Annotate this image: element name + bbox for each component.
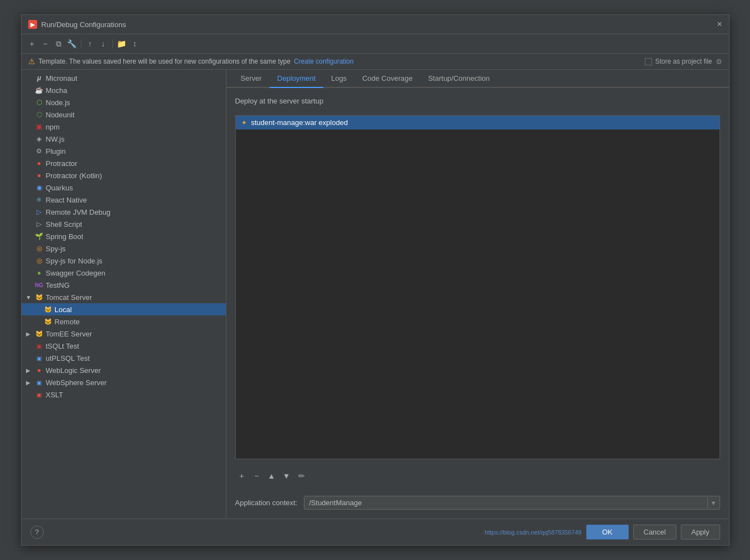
footer-link[interactable]: https://blog.csdn.net/qq5878356749 <box>485 529 582 536</box>
weblogic-server-icon: ● <box>35 366 44 375</box>
remove-configuration-button[interactable]: − <box>39 38 51 50</box>
store-project-file-checkbox[interactable] <box>645 58 652 65</box>
xslt-label: XSLT <box>46 391 64 399</box>
app-context-input[interactable] <box>304 496 707 509</box>
deploy-edit-button[interactable]: ✏ <box>295 469 308 483</box>
tab-logs[interactable]: Logs <box>323 70 354 88</box>
sidebar-item-plugin[interactable]: ⚙ Plugin <box>22 145 226 157</box>
sidebar-item-protractor-kotlin[interactable]: ● Protractor (Kotlin) <box>22 169 226 182</box>
warning-bar: ⚠ Template. The values saved here will b… <box>22 54 729 70</box>
edit-defaults-button[interactable]: 🔧 <box>66 38 78 50</box>
nodejs-icon: ⬡ <box>35 98 44 107</box>
utplsql-test-label: utPLSQL Test <box>46 354 90 362</box>
cancel-button[interactable]: Cancel <box>633 525 676 540</box>
sidebar-item-testng[interactable]: NG TestNG <box>22 279 226 291</box>
app-context-label: Application context: <box>235 499 298 507</box>
dialog-footer: ? https://blog.csdn.net/qq5878356749 OK … <box>22 518 729 545</box>
shell-script-icon: ▷ <box>35 220 44 229</box>
websphere-server-label: WebSphere Server <box>46 378 107 387</box>
store-project-file-label: Store as project file <box>655 58 712 65</box>
folder-button[interactable]: 📁 <box>116 38 128 50</box>
npm-icon: ▣ <box>35 122 44 131</box>
tabs-bar: Server Deployment Logs Code Coverage Sta… <box>226 70 729 88</box>
configurations-toolbar: + − ⧉ 🔧 ↑ ↓ 📁 ↕ <box>22 34 729 54</box>
dialog-body: μ Micronaut ☕ Mocha ⬡ Node.js ⬡ Nodeunit <box>22 70 729 518</box>
sidebar-item-react-native[interactable]: ⚛ React Native <box>22 194 226 206</box>
protractor-kotlin-label: Protractor (Kotlin) <box>46 172 102 180</box>
quarkus-label: Quarkus <box>46 184 73 192</box>
sidebar-item-micronaut[interactable]: μ Micronaut <box>22 72 226 84</box>
footer-right: https://blog.csdn.net/qq5878356749 OK Ca… <box>485 525 720 540</box>
xslt-icon: ▣ <box>35 390 44 399</box>
move-down-button[interactable]: ↓ <box>97 38 110 50</box>
protractor-label: Protractor <box>46 159 77 168</box>
ok-button[interactable]: OK <box>586 525 629 540</box>
deploy-list: ✦ student-manage:war exploded <box>235 115 720 459</box>
tomcat-local-label: Local <box>55 305 72 314</box>
tomcat-remote-label: Remote <box>55 318 80 326</box>
deploy-remove-button[interactable]: − <box>250 469 263 483</box>
deploy-up-button[interactable]: ▲ <box>265 469 278 483</box>
deploy-item-student-manage[interactable]: ✦ student-manage:war exploded <box>236 116 720 129</box>
tomcat-local-icon: 🐱 <box>44 305 53 314</box>
plugin-label: Plugin <box>46 147 66 155</box>
tab-server[interactable]: Server <box>233 70 270 88</box>
micronaut-icon: μ <box>35 74 44 82</box>
sidebar-item-tomee-server[interactable]: ▶ 🐱 TomEE Server <box>22 328 226 340</box>
warning-content: ⚠ Template. The values saved here will b… <box>28 57 354 66</box>
sidebar-item-quarkus[interactable]: ◉ Quarkus <box>22 182 226 194</box>
sidebar-item-utplsql-test[interactable]: ▣ utPLSQL Test <box>22 352 226 364</box>
sidebar-item-nodejs[interactable]: ⬡ Node.js <box>22 96 226 108</box>
run-debug-configurations-dialog: ▶ Run/Debug Configurations × + − ⧉ 🔧 ↑ ↓… <box>21 14 730 546</box>
app-context-dropdown-button[interactable]: ▼ <box>707 497 720 509</box>
tree-arrow-tomee-server: ▶ <box>26 331 33 337</box>
websphere-server-icon: ▣ <box>35 378 44 387</box>
sidebar-item-spy-js[interactable]: ◎ Spy-js <box>22 242 226 255</box>
dialog-title-area: ▶ Run/Debug Configurations <box>28 20 126 29</box>
store-project-gear-button[interactable]: ⚙ <box>716 58 722 66</box>
deploy-toolbar: + − ▲ ▼ ✏ <box>235 466 720 486</box>
tomcat-remote-icon: 🐱 <box>44 317 53 326</box>
move-up-button[interactable]: ↑ <box>84 38 96 50</box>
spring-boot-label: Spring Boot <box>46 232 84 241</box>
toolbar-separator-1 <box>81 39 81 48</box>
nodeunit-label: Nodeunit <box>46 111 75 119</box>
sidebar-item-tomcat-server[interactable]: ▼ 🐱 Tomcat Server <box>22 291 226 303</box>
sidebar-item-shell-script[interactable]: ▷ Shell Script <box>22 218 226 230</box>
tab-code-coverage[interactable]: Code Coverage <box>354 70 420 88</box>
help-button[interactable]: ? <box>30 526 44 539</box>
testng-label: TestNG <box>46 281 70 289</box>
app-context-row: Application context: ▼ <box>235 496 720 510</box>
tomcat-server-icon: 🐱 <box>35 293 44 302</box>
sidebar-item-spring-boot[interactable]: 🌱 Spring Boot <box>22 230 226 242</box>
testng-icon: NG <box>35 281 44 289</box>
sidebar-item-tsqlt-test[interactable]: ▣ tSQLt Test <box>22 340 226 352</box>
tab-startup-connection[interactable]: Startup/Connection <box>420 70 497 88</box>
weblogic-server-label: WebLogic Server <box>46 366 101 375</box>
deploy-add-button[interactable]: + <box>235 469 249 483</box>
sidebar-item-tomcat-remote[interactable]: 🐱 Remote <box>22 315 226 328</box>
apply-button[interactable]: Apply <box>681 525 720 540</box>
create-configuration-link[interactable]: Create configuration <box>294 58 354 65</box>
sort-button[interactable]: ↕ <box>129 38 141 50</box>
sidebar-item-nwjs[interactable]: ◈ NW.js <box>22 133 226 145</box>
sidebar-item-npm[interactable]: ▣ npm <box>22 121 226 133</box>
spy-js-node-label: Spy-js for Node.js <box>46 257 103 265</box>
sidebar-item-nodeunit[interactable]: ⬡ Nodeunit <box>22 108 226 121</box>
sidebar-item-protractor[interactable]: ● Protractor <box>22 157 226 169</box>
sidebar-item-remote-jvm-debug[interactable]: ▷ Remote JVM Debug <box>22 206 226 218</box>
sidebar-item-swagger-codegen[interactable]: ● Swagger Codegen <box>22 267 226 279</box>
tab-deployment[interactable]: Deployment <box>270 70 323 88</box>
sidebar-item-websphere-server[interactable]: ▶ ▣ WebSphere Server <box>22 376 226 388</box>
sidebar-item-tomcat-local[interactable]: 🐱 Local <box>22 303 226 315</box>
deployment-tab-content: Deploy at the server startup ✦ student-m… <box>226 88 729 518</box>
sidebar-item-weblogic-server[interactable]: ▶ ● WebLogic Server <box>22 364 226 376</box>
copy-configuration-button[interactable]: ⧉ <box>53 38 65 50</box>
sidebar-item-mocha[interactable]: ☕ Mocha <box>22 84 226 96</box>
sidebar-item-spy-js-node[interactable]: ◎ Spy-js for Node.js <box>22 255 226 267</box>
close-button[interactable]: × <box>717 19 722 29</box>
nodeunit-icon: ⬡ <box>35 110 44 119</box>
sidebar-item-xslt[interactable]: ▣ XSLT <box>22 388 226 401</box>
add-configuration-button[interactable]: + <box>26 38 38 50</box>
deploy-down-button[interactable]: ▼ <box>280 469 293 483</box>
